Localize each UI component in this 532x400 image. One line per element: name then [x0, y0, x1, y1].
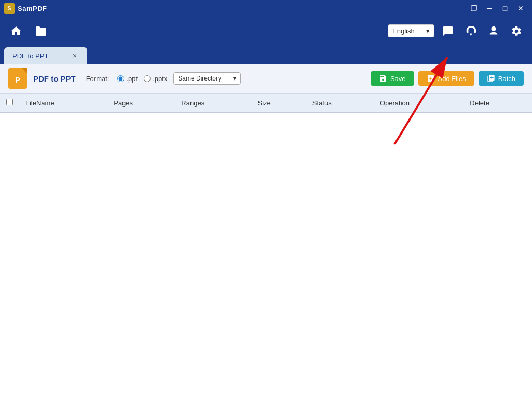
format-ppt-radio[interactable]: [117, 75, 124, 82]
delete-header: Delete: [463, 94, 532, 113]
batch-label: Batch: [498, 75, 515, 83]
chat-icon-button[interactable]: [439, 22, 457, 41]
file-icon-letter: P: [15, 76, 20, 84]
filename-header: FileName: [19, 94, 107, 113]
content-area: P PDF to PPT Format: .ppt .pptx Same Dir…: [0, 64, 532, 400]
tab-bar: PDF to PPT ×: [0, 45, 532, 64]
format-pptx-option[interactable]: .pptx: [144, 75, 167, 83]
tab-close-button[interactable]: ×: [71, 51, 79, 60]
directory-selector[interactable]: Same Directory ▾: [173, 72, 241, 85]
language-selector[interactable]: English ▾: [388, 24, 434, 37]
action-bar: P PDF to PPT Format: .ppt .pptx Same Dir…: [0, 64, 532, 94]
format-ppt-label: .ppt: [126, 75, 138, 83]
format-options: .ppt .pptx: [117, 75, 167, 83]
batch-button[interactable]: Batch: [479, 71, 524, 86]
add-files-button[interactable]: Add Files: [418, 71, 474, 86]
window-controls: ❐ ─ □ ✕: [467, 3, 528, 14]
save-icon: [379, 74, 387, 83]
save-button[interactable]: Save: [371, 71, 414, 86]
directory-dropdown-arrow: ▾: [233, 75, 236, 82]
format-label: Format:: [86, 75, 110, 83]
title-bar: S SamPDF ❐ ─ □ ✕: [0, 0, 532, 17]
dropdown-arrow: ▾: [426, 27, 430, 35]
status-header: Status: [306, 94, 374, 113]
app-icon: S: [4, 3, 15, 14]
maximize-button[interactable]: □: [498, 3, 512, 14]
directory-label: Same Directory: [178, 75, 221, 82]
size-header: Size: [251, 94, 306, 113]
main-content: P PDF to PPT Format: .ppt .pptx Same Dir…: [0, 64, 532, 400]
save-label: Save: [390, 75, 406, 83]
user-icon-button[interactable]: [484, 22, 503, 41]
settings-icon-button[interactable]: [507, 22, 526, 41]
close-button[interactable]: ✕: [513, 3, 528, 14]
operation-header: Operation: [374, 94, 463, 113]
toolbar-right: English ▾: [388, 22, 526, 41]
minimize-button[interactable]: ─: [482, 3, 497, 14]
home-button[interactable]: [6, 21, 26, 41]
format-ppt-option[interactable]: .ppt: [117, 75, 138, 83]
table-header-row: FileName Pages Ranges Size Status Operat…: [0, 94, 532, 113]
pdf-to-ppt-tab[interactable]: PDF to PPT ×: [4, 47, 87, 64]
file-table: FileName Pages Ranges Size Status Operat…: [0, 94, 532, 113]
title-bar-left: S SamPDF: [4, 3, 47, 14]
file-table-area: FileName Pages Ranges Size Status Operat…: [0, 94, 532, 400]
tab-label: PDF to PPT: [12, 52, 48, 60]
format-pptx-radio[interactable]: [144, 75, 151, 82]
add-icon: [427, 74, 435, 83]
toolbar-left: [6, 21, 51, 41]
language-label: English: [392, 27, 415, 35]
action-buttons: Save Add Files Batch: [371, 71, 524, 86]
add-files-label: Add Files: [438, 75, 466, 83]
table-header: FileName Pages Ranges Size Status Operat…: [0, 94, 532, 113]
pages-header: Pages: [107, 94, 175, 113]
restore-button[interactable]: ❐: [467, 3, 481, 14]
pdf-file-icon: P: [8, 68, 27, 89]
ranges-header: Ranges: [175, 94, 251, 113]
batch-icon: [487, 74, 495, 83]
folder-button[interactable]: [31, 21, 51, 41]
action-title: PDF to PPT: [33, 74, 76, 83]
select-all-header[interactable]: [0, 94, 19, 113]
toolbar: English ▾: [0, 17, 532, 45]
format-pptx-label: .pptx: [153, 75, 167, 83]
select-all-checkbox[interactable]: [6, 99, 13, 105]
headset-icon-button[interactable]: [461, 22, 480, 41]
app-title: SamPDF: [18, 5, 47, 12]
